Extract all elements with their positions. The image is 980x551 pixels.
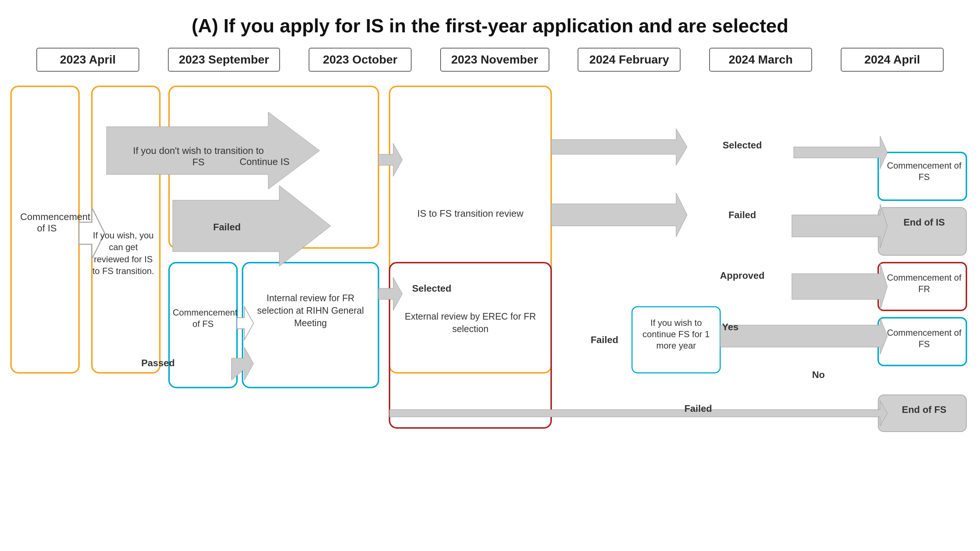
commencement-fr-label: Commencement of FR (880, 272, 968, 295)
month-2024-april: 2024 April (841, 48, 943, 71)
month-2023-april: 2023 April (37, 48, 139, 71)
internal-review-label: Internal review for FR selection at RIHN… (250, 292, 371, 329)
yes-label: Yes (722, 321, 738, 333)
commencement-fs-top-label: Commencement of FS (880, 160, 968, 183)
continue-is-label: Continue IS (228, 156, 301, 167)
external-review-label: External review by EREC for FR selection (399, 310, 542, 335)
month-2023-october: 2023 October (309, 48, 412, 71)
if-continue-fs-label: If you wish to continue FS for 1 more ye… (636, 317, 716, 351)
is-fs-transition-label: IS to FS transition review (399, 208, 542, 220)
approved-label: Approved (695, 270, 790, 281)
month-2024-march: 2024 March (709, 48, 812, 71)
svg-marker-21 (792, 263, 888, 310)
commencement-fs-mid-label: Commencement of FS (173, 307, 233, 330)
end-of-is-label: End of IS (880, 217, 968, 228)
end-of-fs-label: End of FS (880, 404, 968, 416)
month-2024-february: 2024 February (578, 48, 681, 71)
svg-marker-15 (379, 143, 402, 176)
diagram: Commencement of IS If you wish, you can … (0, 83, 980, 524)
failed-2-label: Failed (695, 210, 790, 221)
selected-bottom-label: Selected (399, 283, 465, 294)
timeline-header: 2023 April 2023 September 2023 October 2… (0, 48, 980, 71)
month-2023-november: 2023 November (440, 48, 549, 71)
svg-marker-18 (794, 136, 888, 169)
svg-marker-16 (551, 129, 687, 165)
selected-top-label: Selected (695, 140, 790, 151)
svg-rect-8 (878, 208, 966, 255)
svg-marker-13 (173, 186, 331, 266)
main-title: (A) If you apply for IS in the first-yea… (0, 0, 980, 48)
month-2023-september: 2023 September (168, 48, 280, 71)
failed-1-label: Failed (213, 221, 241, 233)
svg-marker-26 (720, 318, 888, 354)
failed-4-label: Failed (588, 403, 808, 414)
svg-marker-19 (792, 204, 888, 248)
if-wish-review-label: If you wish, you can get reviewed for IS… (91, 230, 156, 277)
no-label: No (812, 369, 825, 381)
commencement-is-label: Commencement of IS (20, 211, 73, 234)
passed-label: Passed (134, 357, 182, 369)
failed-3-label: Failed (581, 334, 628, 346)
commencement-fs-bottom-label: Commencement of FS (880, 327, 968, 350)
svg-marker-17 (551, 193, 687, 237)
